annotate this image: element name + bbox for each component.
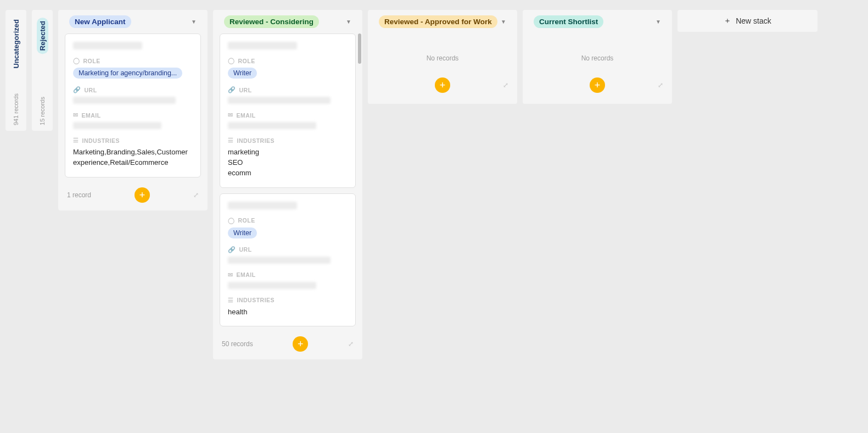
field-label-industries: ☰INDUSTRIES xyxy=(73,137,193,144)
collapse-icon[interactable]: ⤢ xyxy=(503,81,508,89)
field-label-url: 🔗URL xyxy=(228,246,348,253)
url-redacted xyxy=(73,97,176,104)
stack-1: Reviewed - Considering ▼ ◯ROLE Writer 🔗U… xyxy=(213,10,362,359)
role-pill: Marketing for agency/branding... xyxy=(73,68,182,79)
new-stack-label: New stack xyxy=(736,16,771,25)
list-icon: ☰ xyxy=(73,137,79,144)
collapsed-stack-label: Rejected xyxy=(37,18,48,54)
plus-icon: ＋ xyxy=(724,16,731,26)
stack-dropdown-icon[interactable]: ▼ xyxy=(346,19,351,25)
mail-icon: ✉ xyxy=(228,112,233,119)
list-icon: ☰ xyxy=(228,137,234,144)
collapse-icon[interactable]: ⤢ xyxy=(348,340,354,348)
collapse-icon[interactable]: ⤢ xyxy=(193,191,199,199)
industries-value: Marketing,Branding,Sales,Customer experi… xyxy=(73,147,193,168)
email-redacted xyxy=(73,122,161,129)
no-records-text: No records xyxy=(368,39,517,77)
stack-record-count: 50 records xyxy=(222,340,253,348)
stack-empty-body: No records + ⤢ xyxy=(523,34,672,104)
add-record-button[interactable]: + xyxy=(590,77,605,93)
email-redacted xyxy=(228,122,316,129)
stack-footer: 50 records + ⤢ xyxy=(213,332,362,359)
stack-title-pill[interactable]: Current Shortlist xyxy=(534,15,603,28)
stack-dropdown-icon[interactable]: ▼ xyxy=(501,19,506,25)
field-label-url: 🔗URL xyxy=(73,86,193,93)
stack-dropdown-icon[interactable]: ▼ xyxy=(191,19,197,25)
field-label-role: ◯ROLE xyxy=(228,57,348,64)
stack-3: Current Shortlist ▼ No records + ⤢ xyxy=(523,10,672,104)
field-label-email: ✉EMAIL xyxy=(73,112,193,119)
stack-dropdown-icon[interactable]: ▼ xyxy=(656,19,661,25)
add-record-button[interactable]: + xyxy=(135,187,150,203)
scrollbar-thumb[interactable] xyxy=(358,34,361,64)
field-label-role: ◯ROLE xyxy=(73,57,193,64)
record-title-redacted xyxy=(73,42,142,49)
industries-value: health xyxy=(228,307,348,318)
stack-2: Reviewed - Approved for Work ▼ No record… xyxy=(368,10,517,104)
link-icon: 🔗 xyxy=(228,86,236,93)
field-label-email: ✉EMAIL xyxy=(228,112,348,119)
mail-icon: ✉ xyxy=(228,271,233,279)
stack-header: Reviewed - Considering ▼ xyxy=(213,10,362,34)
collapsed-stack-count: 15 records xyxy=(39,97,46,125)
stack-header: New Applicant ▼ xyxy=(58,10,208,34)
link-icon: 🔗 xyxy=(73,86,81,93)
add-record-button[interactable]: + xyxy=(293,336,308,352)
collapsed-stack-label: Uncategorized xyxy=(9,18,24,70)
url-redacted xyxy=(228,97,331,104)
field-label-url: 🔗URL xyxy=(228,86,348,93)
field-label-role: ◯ROLE xyxy=(228,217,348,224)
mail-icon: ✉ xyxy=(73,112,79,119)
stack-title-pill[interactable]: New Applicant xyxy=(69,15,131,28)
collapsed-stack-0[interactable]: Uncategorized 941 records xyxy=(5,10,26,131)
stack-header: Reviewed - Approved for Work ▼ xyxy=(368,10,517,34)
record-card[interactable]: ◯ROLE Writer 🔗URL ✉EMAIL ☰INDUSTRIES mar… xyxy=(220,34,356,188)
no-records-text: No records xyxy=(523,39,672,77)
stack-0: New Applicant ▼ ◯ROLE Marketing for agen… xyxy=(58,10,208,210)
role-pill: Writer xyxy=(228,68,257,79)
field-label-email: ✉EMAIL xyxy=(228,271,348,279)
record-card[interactable]: ◯ROLE Writer 🔗URL ✉EMAIL ☰INDUSTRIES hea… xyxy=(220,193,356,327)
collapse-icon[interactable]: ⤢ xyxy=(658,81,663,89)
url-redacted xyxy=(228,257,331,264)
collapsed-stack-count: 941 records xyxy=(13,93,19,125)
circle-icon: ◯ xyxy=(73,57,80,64)
record-title-redacted xyxy=(228,202,297,209)
stack-record-count: 1 record xyxy=(67,191,91,199)
stack-cards[interactable]: ◯ROLE Writer 🔗URL ✉EMAIL ☰INDUSTRIES mar… xyxy=(213,34,362,332)
record-card[interactable]: ◯ROLE Marketing for agency/branding... 🔗… xyxy=(65,34,201,177)
record-title-redacted xyxy=(228,42,297,49)
new-stack-button[interactable]: ＋New stack xyxy=(677,10,817,32)
email-redacted xyxy=(228,282,316,289)
stack-empty-body: No records + ⤢ xyxy=(368,34,517,104)
collapsed-stack-1[interactable]: Rejected 15 records xyxy=(32,10,53,131)
circle-icon: ◯ xyxy=(228,217,235,224)
circle-icon: ◯ xyxy=(228,57,235,64)
stack-title-pill[interactable]: Reviewed - Approved for Work xyxy=(379,15,497,28)
stack-footer: 1 record + ⤢ xyxy=(58,183,208,210)
link-icon: 🔗 xyxy=(228,246,236,253)
stack-cards[interactable]: ◯ROLE Marketing for agency/branding... 🔗… xyxy=(58,34,208,183)
field-label-industries: ☰INDUSTRIES xyxy=(228,137,348,144)
field-label-industries: ☰INDUSTRIES xyxy=(228,297,348,304)
industries-value: marketingSEOecomm xyxy=(228,147,348,179)
role-pill: Writer xyxy=(228,227,257,238)
stack-header: Current Shortlist ▼ xyxy=(523,10,672,34)
add-record-button[interactable]: + xyxy=(435,77,450,93)
stack-title-pill[interactable]: Reviewed - Considering xyxy=(224,15,319,28)
list-icon: ☰ xyxy=(228,297,234,304)
